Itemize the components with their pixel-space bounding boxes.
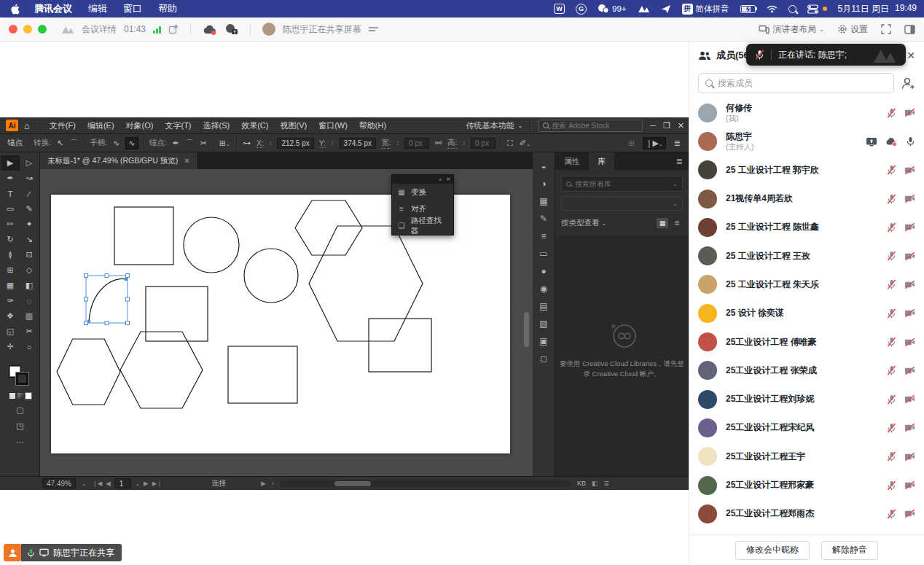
curvature-tool[interactable]: ↝ [20, 171, 39, 186]
toggle-sidebar-icon[interactable] [904, 25, 915, 34]
rotate-tool[interactable]: ↻ [1, 232, 20, 247]
hand-tool[interactable]: ✛ [1, 339, 20, 354]
mic-off-icon[interactable] [887, 365, 896, 375]
gradient-panel-icon[interactable]: ● [541, 266, 546, 276]
status-back-icon[interactable]: ‹ [272, 480, 274, 487]
adobe-stock-search[interactable] [538, 120, 643, 132]
member-share-icon[interactable] [4, 544, 21, 561]
rename-button[interactable]: 修改会中昵称 [735, 541, 810, 560]
symbol-sprayer-tool[interactable]: ❖ [1, 308, 20, 324]
circle-shape[interactable] [184, 217, 239, 273]
member-row[interactable]: 25工业设计工程邢家豪 [689, 471, 924, 499]
ai-menu-2[interactable]: 编辑(E) [87, 120, 114, 131]
cam-off-icon[interactable] [904, 165, 915, 175]
blend-tool[interactable]: ◌ [20, 293, 39, 308]
ai-close-icon[interactable]: ✕ [678, 121, 684, 130]
direct-selection-tool[interactable]: ▷ [20, 155, 39, 171]
cloud-recording-icon[interactable] [203, 24, 217, 35]
height-value-input[interactable]: 0 px [471, 138, 496, 149]
shape-builder-tool[interactable]: ⊞ [1, 262, 20, 278]
anchor-point[interactable] [125, 278, 128, 281]
mic-off-icon[interactable] [887, 451, 896, 461]
view-by-dropdown[interactable]: 按类型查看 ⌄ [561, 218, 606, 228]
convert-smooth-icon[interactable]: ⌒ [69, 138, 79, 149]
cam-off-icon[interactable] [904, 222, 915, 232]
perspective-grid-tool[interactable]: ◇ [20, 262, 39, 278]
ai-menu-9[interactable]: 帮助(H) [359, 120, 386, 131]
width-value-input[interactable]: 0 px [404, 138, 429, 149]
more-tools-icon[interactable]: ⋯ [16, 437, 24, 447]
connect-anchor-icon[interactable]: ⌒ [185, 138, 195, 149]
cam-off-icon[interactable] [904, 452, 915, 461]
word-app-icon[interactable]: W [554, 4, 565, 14]
tab-properties[interactable]: 属性 [555, 152, 589, 170]
cam-off-icon[interactable] [904, 394, 915, 404]
cam-off-icon[interactable] [904, 338, 915, 347]
library-select-dropdown[interactable]: ⌄ [561, 196, 683, 211]
illustrator-logo-icon[interactable]: Ai [6, 120, 18, 131]
zoom-dropdown-icon[interactable]: ⌄ [82, 480, 87, 487]
large-hexagon-shape[interactable] [309, 226, 423, 341]
close-window-button[interactable] [9, 25, 17, 34]
grid-icon[interactable]: ⊞ [627, 139, 635, 148]
member-row[interactable]: 25 工业设计工程 郭宇欣 [689, 156, 924, 184]
ai-minimize-icon[interactable]: ─ [650, 121, 656, 130]
list-options-icon[interactable]: ≣ [673, 139, 681, 148]
cam-off-icon[interactable] [904, 280, 915, 289]
wifi-icon[interactable] [767, 5, 778, 13]
brushes-panel-icon[interactable]: ✎ [540, 214, 547, 224]
line-segment-tool[interactable]: ∕ [20, 186, 39, 201]
ai-menu-6[interactable]: 效果(C) [241, 120, 268, 131]
color-type-icons[interactable] [9, 393, 31, 399]
hexagon-shape[interactable] [57, 339, 120, 405]
hexagon-shape[interactable] [295, 200, 362, 255]
interpretation-icon[interactable]: T [224, 23, 238, 35]
symbols-panel-icon[interactable]: ▤ [539, 301, 547, 311]
zoom-tool[interactable]: ○ [20, 339, 39, 354]
width-tool[interactable]: ≬ [1, 247, 20, 262]
canvas[interactable]: » ✕ ▦变换≡对齐❏路径查找器 [40, 169, 533, 476]
ai-restore-icon[interactable]: ❐ [663, 121, 670, 130]
minimize-window-button[interactable] [23, 25, 32, 34]
float-panel-item-pathfinder[interactable]: ❏路径查找器 [392, 217, 453, 234]
popout-window-icon[interactable] [168, 24, 179, 34]
canvas-vertical-scrollbar[interactable] [524, 312, 529, 347]
zoom-level-input[interactable]: 47.49% [42, 478, 76, 488]
menubar-date[interactable]: 5月11日 周日 [838, 3, 889, 15]
close-document-icon[interactable]: ✕ [184, 157, 189, 165]
cam-off-icon[interactable] [904, 509, 915, 518]
macos-menu-1[interactable]: 腾讯会议 [34, 2, 72, 15]
prev-artboard-icon[interactable]: ◀ [106, 480, 111, 487]
hexagon-shape[interactable] [120, 332, 203, 408]
layers-panel-icon[interactable]: ▧ [539, 319, 547, 329]
meeting-detail-link[interactable]: 会议详情 [82, 23, 117, 36]
hide-handles-icon[interactable]: ∿ [125, 137, 138, 149]
list-view-icon[interactable]: ≣ [671, 218, 683, 228]
y-value-input[interactable]: 374.5 px [340, 138, 376, 149]
mic-off-icon[interactable] [887, 423, 896, 433]
gradient-icon[interactable] [17, 393, 23, 399]
height-label[interactable]: 高: [447, 138, 457, 149]
dock-panel-icon[interactable]: ❘▶⌄ [643, 137, 666, 149]
input-method-switcher[interactable]: 拼 简体拼音 [682, 4, 729, 15]
convert-corner-icon[interactable]: ↖ [56, 139, 64, 148]
gradient-tool[interactable]: ◧ [20, 278, 39, 293]
mic-off-icon[interactable] [887, 194, 896, 204]
cam-off-icon[interactable] [904, 108, 915, 117]
float-panel-item-transform[interactable]: ▦变换 [392, 184, 453, 200]
square-shape[interactable] [228, 346, 297, 403]
menubar-time[interactable]: 19:49 [895, 3, 917, 15]
none-icon[interactable] [26, 393, 31, 399]
member-row[interactable]: 25工业设计工程王宇 [689, 443, 924, 471]
status-expand-icon[interactable]: ▶ [261, 480, 266, 487]
tencent-meeting-menubar-icon[interactable] [638, 4, 650, 13]
first-artboard-icon[interactable]: ❘◀ [93, 480, 103, 487]
macos-menu-3[interactable]: 窗口 [123, 2, 142, 15]
member-row[interactable]: 25 工业设计工程 朱天乐 [689, 270, 924, 299]
stroke-panel-icon[interactable]: ≡ [541, 231, 546, 241]
home-icon[interactable]: ⌂ [24, 120, 30, 131]
member-row[interactable]: 25工业设计工程郑雨杰 [689, 499, 924, 528]
mic-off-icon[interactable] [887, 337, 896, 347]
member-row[interactable]: 21视传单4周若欣 [689, 184, 924, 213]
cam-off-icon[interactable] [904, 194, 915, 203]
